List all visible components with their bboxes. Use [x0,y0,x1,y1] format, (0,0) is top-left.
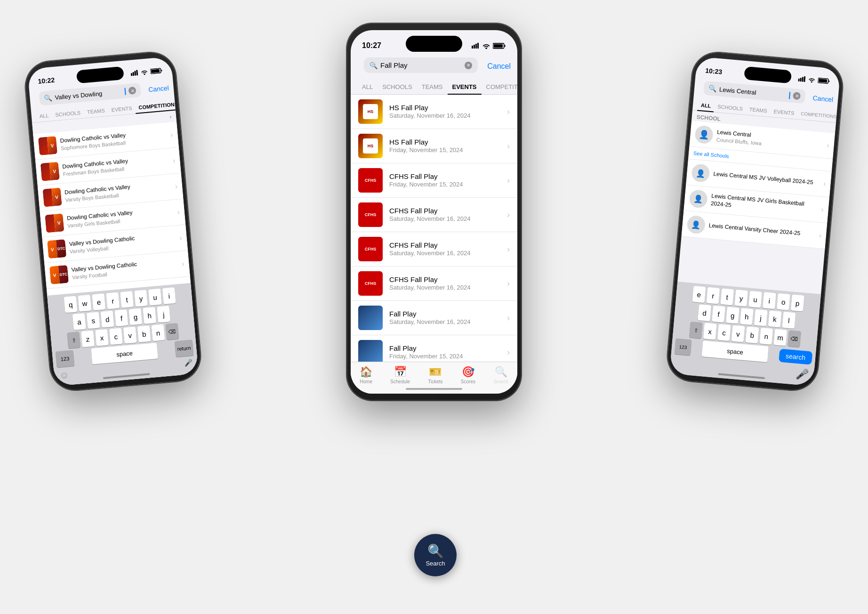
tab-scores[interactable]: 🎯 Scores [461,366,475,384]
rkey-l[interactable]: l [782,312,796,329]
rkey-k[interactable]: k [768,310,782,327]
key-123[interactable]: 123 [56,350,75,367]
rkey-f[interactable]: f [712,306,725,323]
center-result-4[interactable]: CFHS CFHS Fall Play Saturday, November 1… [351,198,517,232]
cancel-btn-center[interactable]: Cancel [487,62,511,71]
search-input-left[interactable]: Valley vs Dowling [55,88,126,101]
right-team-logo-0: 👤 [691,163,710,183]
key-j[interactable]: j [157,306,170,323]
search-bar-center[interactable]: 🔍 Fall Play ✕ [364,57,478,73]
key-r[interactable]: r [106,292,120,309]
tab-tickets[interactable]: 🎫 Tickets [428,366,442,384]
rkey-h[interactable]: h [740,308,754,325]
rkey-shift[interactable]: ⇧ [689,322,703,339]
wifi-icon [140,69,148,75]
search-input-right[interactable]: Lewis Central [719,86,791,99]
rkey-x[interactable]: x [703,323,717,339]
tab-events-left[interactable]: EVENTS [108,102,136,116]
key-u[interactable]: u [148,289,162,306]
tab-teams-center[interactable]: TEAMS [417,80,448,94]
tab-home[interactable]: 🏠 Home [360,366,372,384]
rkey-space[interactable]: space [702,340,769,362]
center-result-1[interactable]: HS HS Fall Play Saturday, November 16, 2… [351,95,517,129]
search-badge-label: Search [426,560,445,567]
right-team-chevron-2: › [819,231,822,240]
key-a[interactable]: a [72,313,86,330]
mic-icon-right[interactable]: 🎤 [796,368,809,381]
center-result-5[interactable]: CFHS CFHS Fall Play Saturday, November 1… [351,232,517,267]
keyboard-left: q w e r t y u i a s d f g h j [47,283,199,386]
key-space[interactable]: space [91,343,158,364]
key-g[interactable]: g [129,308,142,325]
cancel-btn-left[interactable]: Cancel [148,84,169,94]
rkey-delete[interactable]: ⌫ [788,330,801,347]
rkey-v[interactable]: v [731,325,745,342]
rkey-n[interactable]: n [759,328,773,345]
rkey-p[interactable]: p [791,294,804,311]
rkey-g[interactable]: g [726,307,739,324]
tab-events-right[interactable]: EVENTS [770,105,798,119]
search-button-right[interactable]: search [779,349,812,365]
search-input-center[interactable]: Fall Play [380,61,462,69]
center-result-8[interactable]: Fall Play Friday, November 15, 2024 › [351,335,517,362]
key-b[interactable]: b [137,325,151,342]
see-all-label[interactable]: See all Schools [693,150,730,159]
key-mic[interactable]: 🎤 [184,358,193,370]
rkey-t[interactable]: t [720,288,734,305]
search-clear-center[interactable]: ✕ [465,62,472,69]
rkey-j[interactable]: j [754,309,768,326]
tab-teams-left[interactable]: TEAMS [83,105,109,118]
key-e[interactable]: e [92,293,105,310]
rkey-m[interactable]: m [773,329,787,346]
tab-teams-right[interactable]: TEAMS [746,103,771,116]
key-n[interactable]: n [152,324,165,341]
search-clear-left[interactable]: ✕ [129,87,137,95]
tab-all-center[interactable]: ALL [357,80,378,94]
rkey-d[interactable]: d [698,304,711,321]
rkey-r[interactable]: r [706,287,720,304]
rkey-o[interactable]: o [777,293,790,310]
key-y[interactable]: y [134,290,148,307]
svg-rect-18 [819,79,828,83]
search-clear-right[interactable]: ✕ [793,92,801,100]
rkey-e[interactable]: e [692,286,706,303]
cancel-btn-right[interactable]: Cancel [812,94,834,104]
tab-all-left[interactable]: ALL [36,109,53,122]
center-result-6[interactable]: CFHS CFHS Fall Play Saturday, November 1… [351,267,517,301]
center-result-7[interactable]: Fall Play Saturday, November 16, 2024 › [351,301,517,335]
tab-schools-center[interactable]: SCHOOLS [378,80,417,94]
tab-competitions-center[interactable]: COMPETITIONS [482,80,517,94]
key-z[interactable]: z [81,331,95,347]
tab-events-center[interactable]: EVENTS [448,80,482,94]
key-return[interactable]: return [175,339,194,357]
key-t[interactable]: t [120,291,134,308]
key-s[interactable]: s [87,312,100,329]
key-v[interactable]: v [123,327,137,344]
key-c[interactable]: c [109,328,123,345]
see-all-competitions[interactable]: › [169,113,172,119]
rkey-i[interactable]: i [763,292,776,309]
center-chevron-8: › [507,347,510,357]
rkey-123[interactable]: 123 [675,338,692,355]
key-w[interactable]: w [78,295,91,312]
key-d[interactable]: d [101,311,114,328]
center-logo-7 [358,306,383,330]
key-x[interactable]: x [95,329,109,346]
key-i[interactable]: i [162,287,176,304]
center-result-2[interactable]: HS HS Fall Play Friday, November 15, 202… [351,129,517,163]
rkey-c[interactable]: c [717,324,731,341]
scores-icon: 🎯 [462,366,474,378]
tab-schedule[interactable]: 📅 Schedule [390,366,410,384]
tab-all-right[interactable]: ALL [697,99,715,112]
key-delete[interactable]: ⌫ [165,323,179,340]
rkey-y[interactable]: y [734,290,748,307]
rkey-u[interactable]: u [748,291,762,308]
key-f[interactable]: f [115,309,129,326]
rkey-b[interactable]: b [746,326,759,343]
key-emoji[interactable]: ☺ [59,369,69,381]
home-icon: 🏠 [360,366,372,378]
key-h[interactable]: h [143,307,156,324]
key-shift[interactable]: ⇧ [67,331,80,348]
key-q[interactable]: q [64,296,78,313]
center-result-3[interactable]: CFHS CFHS Fall Play Friday, November 15,… [351,163,517,198]
